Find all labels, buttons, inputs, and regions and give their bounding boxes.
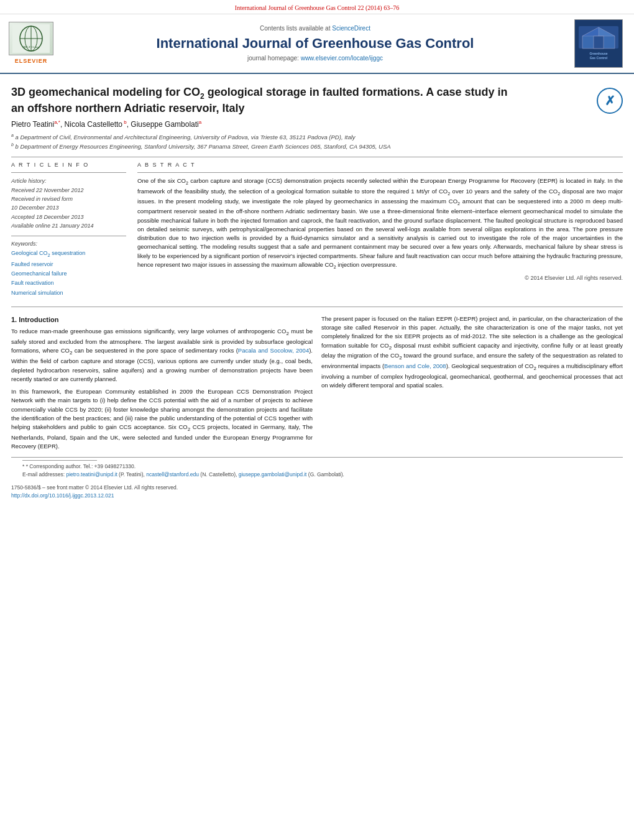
journal-header: RELX Group ELSEVIER Contents lists avail… — [0, 14, 634, 74]
elsevier-logo-image: RELX Group — [9, 22, 53, 55]
intro-para-3: The present paper is focused on the Ital… — [321, 315, 623, 390]
elsevier-logo: RELX Group ELSEVIER — [6, 22, 56, 65]
info-divider — [11, 172, 126, 173]
article-history: Article history: Received 22 November 20… — [11, 177, 126, 230]
keywords-divider — [11, 236, 126, 236]
abstract-text: One of the six CO2 carbon capture and st… — [137, 177, 623, 270]
keywords-section: Keywords: Geological CO2 sequestration F… — [11, 240, 126, 298]
svg-text:Gas Control: Gas Control — [590, 56, 608, 60]
article-main: 3D geomechanical modeling for CO2 geolog… — [0, 74, 634, 304]
copyright-line: © 2014 Elsevier Ltd. All rights reserved… — [137, 274, 623, 282]
email-note: E-mail addresses: pietro.teatini@unipd.i… — [22, 471, 612, 479]
email-teatini[interactable]: pietro.teatini@unipd.it — [66, 471, 117, 478]
issn-line: 1750-5836/$ – see front matter © 2014 El… — [11, 484, 623, 492]
keyword-4: Fault reactivation — [11, 280, 54, 286]
doi-line: http://dx.doi.org/10.1016/j.ijggc.2013.1… — [11, 492, 623, 501]
keywords-label: Keywords: — [11, 240, 126, 248]
abstract-header: A B S T R A C T — [137, 161, 623, 169]
svg-text:Greenhouse: Greenhouse — [589, 52, 607, 55]
body-right-col: The present paper is focused on the Ital… — [321, 315, 623, 455]
science-direct-link[interactable]: ScienceDirect — [332, 25, 370, 32]
journal-main-title: International Journal of Greenhouse Gas … — [56, 35, 574, 52]
body-content: 1. Introduction To reduce man-made green… — [0, 310, 634, 455]
keywords-list: Geological CO2 sequestration Faulted res… — [11, 249, 126, 298]
journal-title-center: Contents lists available at ScienceDirec… — [56, 24, 574, 63]
body-divider — [11, 307, 623, 307]
section-divider — [11, 157, 623, 157]
footnote-area: * * Corresponding author. Tel.: +39 0498… — [11, 457, 623, 481]
email-gambolati[interactable]: giuseppe.gambolati@unipd.it — [239, 471, 307, 478]
doi-link[interactable]: http://dx.doi.org/10.1016/j.ijggc.2013.1… — [11, 492, 114, 499]
keyword-2: Faulted reservoir — [11, 261, 53, 267]
abstract-divider — [137, 172, 623, 173]
journal-citation-bar: International Journal of Greenhouse Gas … — [0, 0, 634, 14]
article-info-abstract-row: A R T I C L E I N F O Article history: R… — [11, 161, 623, 298]
journal-citation-text: International Journal of Greenhouse Gas … — [235, 4, 399, 11]
body-left-col: 1. Introduction To reduce man-made green… — [11, 315, 313, 455]
keyword-3: Geomechanical failure — [11, 270, 67, 277]
homepage-url[interactable]: www.elsevier.com/locate/ijggc — [301, 55, 383, 62]
svg-text:RELX Group: RELX Group — [22, 45, 40, 48]
abstract-panel: A B S T R A C T One of the six CO2 carbo… — [137, 161, 623, 298]
section-1-title: 1. Introduction — [11, 315, 313, 325]
intro-para-2: In this framework, the European Communit… — [11, 387, 313, 451]
contents-line: Contents lists available at ScienceDirec… — [56, 24, 574, 33]
page-footer: 1750-5836/$ – see front matter © 2014 El… — [0, 481, 634, 503]
article-info-header: A R T I C L E I N F O — [11, 161, 126, 169]
cite-benson[interactable]: Benson and Cole, 2008 — [384, 362, 446, 369]
authors-line: Pietro Teatinia,*, Nicola Castelletto b,… — [11, 119, 623, 130]
cite-pacala[interactable]: Pacala and Socolow, 2004 — [238, 347, 309, 354]
intro-para-1: To reduce man-made greenhouse gas emissi… — [11, 327, 313, 384]
article-title: 3D geomechanical modeling for CO2 geolog… — [11, 85, 521, 115]
keyword-1: Geological CO2 sequestration — [11, 250, 85, 256]
email-castelletto[interactable]: ncastell@stanford.edu — [146, 471, 199, 478]
article-title-row: 3D geomechanical modeling for CO2 geolog… — [11, 85, 623, 115]
greenhouse-cover-image: Greenhouse Gas Control — [574, 19, 623, 68]
crossmark-icon[interactable]: ✗ — [597, 88, 623, 114]
affiliations: a a Department of Civil, Environmental a… — [11, 132, 623, 152]
elsevier-label: ELSEVIER — [15, 57, 48, 65]
keyword-5: Numerical simulation — [11, 290, 63, 296]
corresponding-author-note: * * Corresponding author. Tel.: +39 0498… — [22, 463, 612, 471]
article-info-panel: A R T I C L E I N F O Article history: R… — [11, 161, 126, 298]
homepage-line: journal homepage: www.elsevier.com/locat… — [56, 54, 574, 63]
svg-rect-11 — [594, 36, 604, 48]
